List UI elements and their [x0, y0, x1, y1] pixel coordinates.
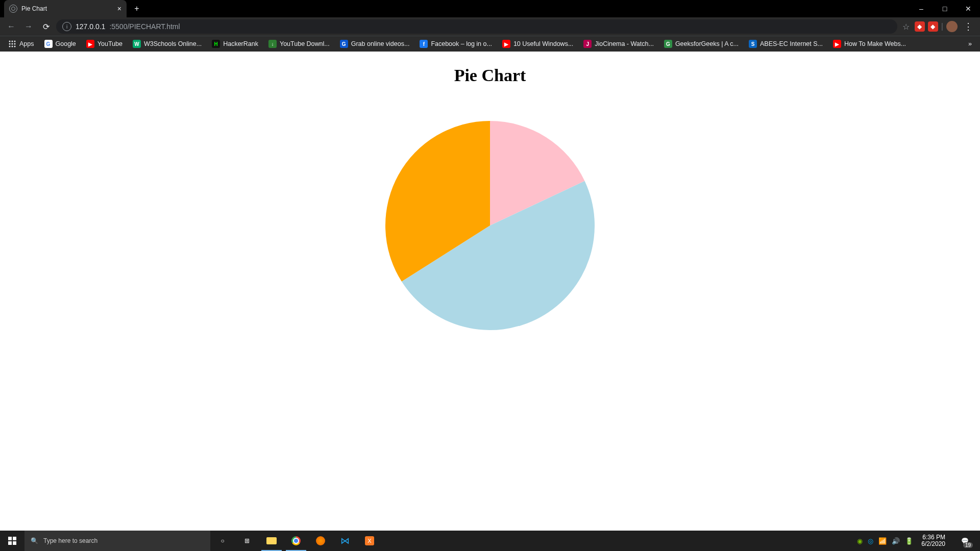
bookmark-label: YouTube Downl...: [280, 40, 330, 47]
bookmark-label: ABES-EC Internet S...: [760, 40, 823, 47]
back-button[interactable]: ←: [4, 19, 18, 34]
cortana-icon[interactable]: ○: [210, 531, 235, 551]
svg-point-0: [9, 41, 11, 42]
bookmark-list: GGoogle▶YouTubeWW3Schools Online...HHack…: [40, 38, 911, 50]
close-window-button[interactable]: ✕: [957, 0, 980, 17]
tray-volume-icon[interactable]: 🔊: [892, 537, 900, 545]
svg-point-3: [9, 43, 11, 45]
bookmark-favicon-icon: G: [44, 40, 53, 48]
bookmark-label: GeeksforGeeks | A c...: [675, 40, 739, 47]
bookmark-favicon-icon: H: [212, 40, 220, 48]
bookmark-label: HackerRank: [223, 40, 258, 47]
bookmark-favicon-icon: G: [664, 40, 672, 48]
bookmark-item[interactable]: GGeeksforGeeks | A c...: [660, 38, 743, 50]
forward-button[interactable]: →: [21, 19, 36, 34]
search-icon: 🔍: [31, 537, 38, 544]
bookmark-item[interactable]: SABES-EC Internet S...: [745, 38, 827, 50]
svg-rect-12: [13, 541, 16, 545]
bookmark-label: Apps: [19, 40, 34, 47]
bookmark-favicon-icon: W: [133, 40, 141, 48]
bookmark-favicon-icon: ▶: [86, 40, 94, 48]
windows-taskbar: 🔍 Type here to search ○ ⊞ ⋈ X ◉ ◎ 📶 🔊 🔋 …: [0, 531, 980, 551]
taskbar-clock[interactable]: 6:36 PM 6/2/2020: [918, 534, 948, 547]
tab-title: Pie Chart: [21, 5, 113, 12]
system-tray: ◉ ◎ 📶 🔊 🔋 6:36 PM 6/2/2020 💬19: [853, 531, 980, 551]
chrome-icon[interactable]: [284, 531, 308, 551]
reload-button[interactable]: ⟳: [39, 19, 53, 34]
taskbar-pinned-apps: ○ ⊞ ⋈ X: [210, 531, 382, 551]
firefox-icon[interactable]: [308, 531, 333, 551]
bookmark-label: Facebook – log in o...: [431, 40, 492, 47]
taskbar-search[interactable]: 🔍 Type here to search: [24, 531, 210, 551]
svg-point-2: [14, 41, 16, 42]
bookmark-apps[interactable]: Apps: [4, 38, 38, 50]
svg-point-8: [14, 46, 16, 47]
apps-grid-icon: [8, 40, 16, 48]
xampp-icon[interactable]: X: [357, 531, 382, 551]
bookmark-item[interactable]: ▶YouTube: [82, 38, 127, 50]
clock-date: 6/2/2020: [921, 541, 945, 547]
tray-nvidia-icon[interactable]: ◉: [857, 537, 863, 545]
start-button[interactable]: [0, 531, 24, 551]
svg-rect-9: [8, 537, 12, 540]
vscode-icon[interactable]: ⋈: [333, 531, 357, 551]
tab-close-icon[interactable]: ×: [117, 5, 121, 13]
bookmark-label: JioCinema - Watch...: [595, 40, 654, 47]
task-view-icon[interactable]: ⊞: [235, 531, 259, 551]
window-controls: – □ ✕: [910, 0, 980, 17]
bookmark-favicon-icon: S: [749, 40, 757, 48]
extension-icon[interactable]: ◆: [915, 21, 925, 32]
url-path: :5500/PIECHART.html: [109, 22, 180, 31]
bookmarks-overflow-icon[interactable]: »: [964, 40, 976, 47]
bookmark-label: W3Schools Online...: [144, 40, 202, 47]
chrome-menu-icon[interactable]: ⋮: [961, 21, 976, 32]
svg-rect-10: [13, 537, 16, 540]
bookmark-item[interactable]: ↓YouTube Downl...: [264, 38, 334, 50]
bookmark-favicon-icon: f: [420, 40, 428, 48]
bookmark-item[interactable]: ▶10 Useful Windows...: [498, 38, 577, 50]
maximize-button[interactable]: □: [933, 0, 957, 17]
browser-titlebar: Pie Chart × + – □ ✕: [0, 0, 980, 17]
bookmark-label: How To Make Webs...: [844, 40, 906, 47]
tray-app-icon[interactable]: ◎: [868, 537, 873, 545]
svg-point-1: [12, 41, 13, 42]
bookmark-favicon-icon: J: [583, 40, 592, 48]
bookmark-star-icon[interactable]: ☆: [900, 22, 912, 32]
chart-area: [0, 121, 980, 330]
svg-point-5: [14, 43, 16, 45]
bookmark-favicon-icon: ↓: [268, 40, 277, 48]
bookmark-item[interactable]: WW3Schools Online...: [129, 38, 206, 50]
svg-point-4: [12, 43, 13, 45]
url-host: 127.0.0.1: [76, 22, 105, 31]
extensions-divider: |: [941, 22, 943, 31]
bookmark-item[interactable]: GGoogle: [40, 38, 80, 50]
bookmark-favicon-icon: ▶: [833, 40, 841, 48]
minimize-button[interactable]: –: [910, 0, 933, 17]
extension-icon[interactable]: ◆: [928, 21, 938, 32]
profile-avatar-icon[interactable]: [946, 21, 958, 32]
tray-battery-icon[interactable]: 🔋: [905, 537, 913, 545]
tray-wifi-icon[interactable]: 📶: [878, 537, 887, 545]
bookmark-item[interactable]: GGrab online videos...: [336, 38, 414, 50]
bookmark-label: Grab online videos...: [351, 40, 410, 47]
svg-rect-11: [8, 541, 12, 545]
bookmark-item[interactable]: fFacebook – log in o...: [415, 38, 496, 50]
site-info-icon[interactable]: i: [62, 22, 71, 31]
file-explorer-icon[interactable]: [259, 531, 284, 551]
page-favicon-icon: [9, 5, 17, 13]
bookmark-item[interactable]: ▶How To Make Webs...: [829, 38, 910, 50]
address-bar[interactable]: i 127.0.0.1:5500/PIECHART.html: [56, 19, 897, 34]
new-tab-button[interactable]: +: [130, 2, 144, 16]
svg-point-7: [12, 46, 13, 47]
search-placeholder: Type here to search: [43, 537, 97, 544]
bookmark-label: YouTube: [97, 40, 122, 47]
bookmark-label: 10 Useful Windows...: [513, 40, 573, 47]
browser-toolbar: ← → ⟳ i 127.0.0.1:5500/PIECHART.html ☆ ◆…: [0, 17, 980, 36]
bookmark-item[interactable]: HHackerRank: [208, 38, 262, 50]
action-center-icon[interactable]: 💬19: [953, 531, 976, 551]
bookmark-item[interactable]: JJioCinema - Watch...: [579, 38, 658, 50]
browser-tab[interactable]: Pie Chart ×: [4, 0, 127, 17]
bookmarks-bar: Apps GGoogle▶YouTubeWW3Schools Online...…: [0, 36, 980, 52]
svg-point-6: [9, 46, 11, 47]
page-content: Pie Chart: [0, 52, 980, 541]
